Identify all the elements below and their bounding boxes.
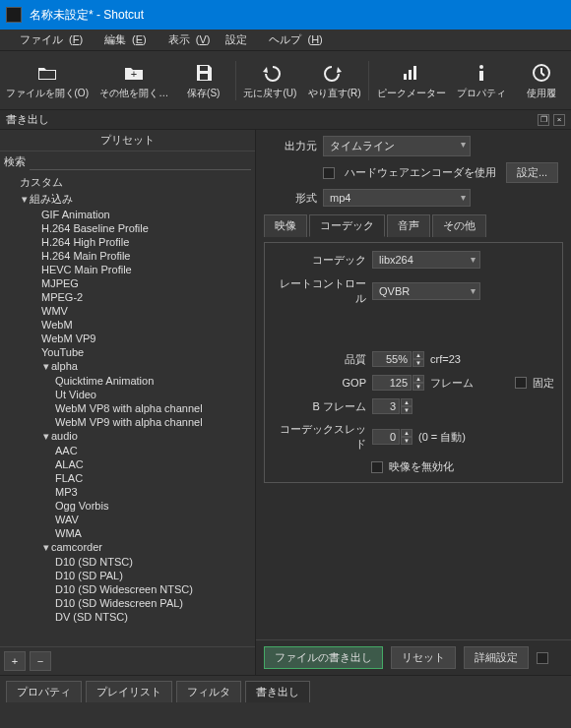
tab-audio[interactable]: 音声 <box>387 214 430 237</box>
expand-icon[interactable]: ▾ <box>41 360 51 373</box>
tab-video[interactable]: 映像 <box>264 214 307 237</box>
spin-up-icon[interactable]: ▲ <box>412 351 424 359</box>
preset-item[interactable]: Quicktime Animation <box>2 374 255 388</box>
menu-bar: ファイル(F) 編集(E) 表示(V) 設定 ヘルプ(H) <box>0 30 571 51</box>
reset-button[interactable]: リセット <box>391 646 456 669</box>
spin-up-icon[interactable]: ▲ <box>412 375 424 383</box>
preset-tree[interactable]: カスタム▾組み込みGIF AnimationH.264 Baseline Pro… <box>0 172 255 646</box>
expand-icon[interactable]: ▾ <box>41 430 51 443</box>
expand-icon[interactable]: ▾ <box>20 193 30 206</box>
preset-item[interactable]: WMA <box>2 526 255 540</box>
quality-input[interactable] <box>372 351 412 367</box>
preset-group[interactable]: ▾camcorder <box>2 540 255 555</box>
panel-close-icon[interactable]: × <box>553 114 565 126</box>
gop-fixed-checkbox[interactable] <box>515 377 527 389</box>
menu-edit[interactable]: 編集(E) <box>93 30 153 49</box>
threads-label: コーデックスレッド <box>273 422 366 452</box>
menu-settings[interactable]: 設定 <box>220 30 253 49</box>
export-file-button[interactable]: ファイルの書き出し <box>264 646 383 669</box>
threads-spinner[interactable]: ▲▼ <box>372 429 412 445</box>
preset-label: H.264 Baseline Profile <box>41 222 149 234</box>
preset-item[interactable]: D10 (SD PAL) <box>2 569 255 582</box>
preset-item[interactable]: YouTube <box>2 345 255 359</box>
spin-down-icon[interactable]: ▼ <box>401 406 412 414</box>
preset-item[interactable]: D10 (SD NTSC) <box>2 555 255 569</box>
preset-item[interactable]: H.264 High Profile <box>2 235 255 249</box>
preset-item[interactable]: MP3 <box>2 485 255 499</box>
menu-view[interactable]: 表示(V) <box>157 30 217 49</box>
preset-item[interactable]: HEVC Main Profile <box>2 263 255 276</box>
bframes-input[interactable] <box>372 398 400 414</box>
preset-item[interactable]: WebM VP8 with alpha channel <box>2 401 255 415</box>
menu-file[interactable]: ファイル(F) <box>8 30 89 49</box>
preset-group[interactable]: ▾組み込み <box>2 191 255 208</box>
preset-label: MPEG-2 <box>41 291 83 303</box>
toolbar-peak-meter[interactable]: ピークメーター <box>371 57 451 104</box>
advanced-checkbox[interactable] <box>537 652 548 664</box>
rate-control-combo[interactable]: QVBR <box>372 282 480 300</box>
export-panel-title: 書き出し <box>6 112 49 127</box>
preset-item[interactable]: Ut Video <box>2 388 255 401</box>
preset-item[interactable]: WebM VP9 <box>2 332 255 345</box>
bframes-spinner[interactable]: ▲▼ <box>372 398 412 414</box>
preset-remove-button[interactable]: − <box>30 651 51 671</box>
quality-spinner[interactable]: ▲▼ <box>372 351 424 367</box>
preset-search-input[interactable] <box>30 153 251 170</box>
toolbar-save[interactable]: 保存(S) <box>174 57 233 104</box>
codec-combo[interactable]: libx264 <box>372 251 480 269</box>
spin-down-icon[interactable]: ▼ <box>401 437 412 445</box>
tab-other[interactable]: その他 <box>432 214 486 237</box>
preset-item[interactable]: MPEG-2 <box>2 290 255 304</box>
threads-input[interactable] <box>372 429 400 445</box>
bottom-tab-filters[interactable]: フィルタ <box>176 681 241 702</box>
menu-help[interactable]: ヘルプ(H) <box>257 30 328 49</box>
source-combo[interactable]: タイムライン <box>323 136 471 156</box>
clock-icon <box>530 61 553 85</box>
preset-item[interactable]: H.264 Main Profile <box>2 249 255 263</box>
preset-item[interactable]: DV (SD NTSC) <box>2 610 255 624</box>
preset-add-button[interactable]: + <box>4 651 26 671</box>
preset-item[interactable]: WAV <box>2 513 255 526</box>
preset-item[interactable]: Ogg Vorbis <box>2 499 255 513</box>
preset-item[interactable]: WMV <box>2 304 255 318</box>
gop-input[interactable] <box>372 375 412 391</box>
hw-settings-button[interactable]: 設定... <box>506 162 558 183</box>
preset-item[interactable]: WebM VP9 with alpha channel <box>2 415 255 429</box>
toolbar-redo[interactable]: やり直す(R) <box>302 57 366 104</box>
spin-up-icon[interactable]: ▲ <box>401 429 412 437</box>
preset-label: WebM VP8 with alpha channel <box>55 402 203 414</box>
toolbar-separator <box>368 61 369 100</box>
toolbar-properties[interactable]: プロパティ <box>452 57 512 104</box>
preset-item[interactable]: GIF Animation <box>2 208 255 221</box>
preset-group[interactable]: ▾alpha <box>2 359 255 374</box>
spin-down-icon[interactable]: ▼ <box>412 359 424 367</box>
toolbar-undo[interactable]: 元に戻す(U) <box>238 57 302 104</box>
bottom-tab-playlist[interactable]: プレイリスト <box>86 681 172 702</box>
spin-up-icon[interactable]: ▲ <box>401 398 412 406</box>
expand-icon[interactable]: ▾ <box>41 541 51 554</box>
tab-codec[interactable]: コーデック <box>309 214 385 237</box>
preset-item[interactable]: MJPEG <box>2 276 255 290</box>
bottom-tab-properties[interactable]: プロパティ <box>6 681 82 702</box>
disable-video-checkbox[interactable] <box>371 461 383 473</box>
preset-group[interactable]: ▾audio <box>2 429 255 444</box>
preset-item[interactable]: カスタム <box>2 174 255 191</box>
preset-item[interactable]: AAC <box>2 444 255 457</box>
preset-item[interactable]: D10 (SD Widescreen PAL) <box>2 596 255 610</box>
preset-item[interactable]: D10 (SD Widescreen NTSC) <box>2 582 255 596</box>
panel-float-icon[interactable]: ❐ <box>538 114 549 126</box>
gop-spinner[interactable]: ▲▼ <box>372 375 424 391</box>
toolbar-recent[interactable]: 使用履 <box>512 57 571 104</box>
equalizer-icon <box>400 61 423 85</box>
spin-down-icon[interactable]: ▼ <box>412 383 424 391</box>
bottom-tab-export[interactable]: 書き出し <box>245 681 310 702</box>
toolbar-open-other[interactable]: + その他を開く… <box>95 57 174 104</box>
advanced-button[interactable]: 詳細設定 <box>464 646 529 669</box>
preset-item[interactable]: FLAC <box>2 471 255 485</box>
preset-item[interactable]: ALAC <box>2 457 255 471</box>
hw-encoder-checkbox[interactable] <box>323 167 335 179</box>
format-combo[interactable]: mp4 <box>323 189 471 207</box>
preset-item[interactable]: WebM <box>2 318 255 332</box>
preset-item[interactable]: H.264 Baseline Profile <box>2 221 255 235</box>
toolbar-open-file[interactable]: ファイルを開く(O) <box>0 57 95 104</box>
